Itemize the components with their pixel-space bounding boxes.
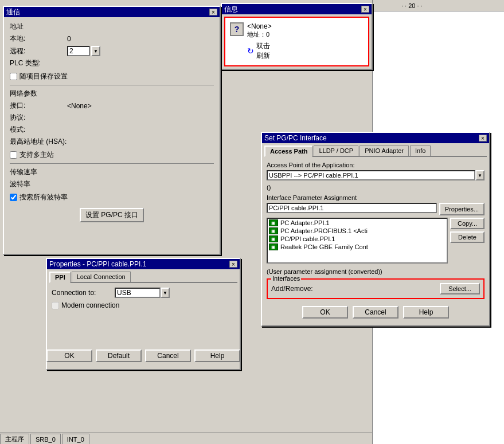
search-baud-row: 搜索所有波特率 [10, 192, 214, 202]
interface-label-3: Realtek PCIe GBE Family Cont [280, 243, 368, 250]
props-tab-local-conn[interactable]: Local Connection [72, 272, 131, 282]
pgpc-close-button[interactable]: × [479, 135, 487, 142]
info-dialog-content: ? <None> 地址：0 ↻ 双击 刷新 [224, 17, 369, 66]
network-section: 网络参数 接口: <None> 协议: 模式: 最高站地址 (HSA): 支持多… [10, 85, 214, 160]
connection-label: Connection to: [52, 289, 115, 297]
multimaster-checkbox[interactable] [10, 151, 17, 159]
props-tab-bar: PPI Local Connection [49, 272, 237, 283]
mode-field-row: 模式: [10, 125, 214, 135]
pgpc-body: Access Point of the Application: USBPPI … [262, 157, 489, 325]
network-ruler: · · 20 · · [373, 0, 504, 11]
props-title: Properties - PC/PPI cable.PPI.1 [49, 260, 146, 268]
interface-icon-2: ▣ [269, 235, 278, 242]
interface-icon-1: ▣ [269, 227, 278, 234]
interface-list[interactable]: ▣ PC Adapter.PPI.1 ▣ PC Adapter.PROFIBUS… [267, 218, 448, 264]
modem-checkbox [52, 302, 59, 309]
remote-label: 远程: [10, 46, 67, 56]
interfaces-legend: Interfaces [271, 275, 301, 282]
interface-item-1[interactable]: ▣ PC Adapter.PROFIBUS.1 <Acti [268, 227, 447, 235]
remote-field-row: 远程: 2 ▼ [10, 46, 214, 56]
interface-icon-0: ▣ [269, 219, 278, 226]
tab-info[interactable]: Info [410, 146, 431, 156]
connection-combo[interactable]: USB ▼ [115, 288, 170, 298]
baud-field-row: 波特率 [10, 179, 214, 189]
pgpc-cancel-button[interactable]: Cancel [353, 306, 398, 319]
props-ok-button[interactable]: OK [46, 349, 92, 362]
props-cancel-button[interactable]: Cancel [145, 349, 191, 362]
remote-dropdown-arrow[interactable]: ▼ [91, 46, 100, 56]
access-point-arrow[interactable]: ▼ [475, 170, 485, 180]
comm-close-button[interactable]: × [209, 9, 217, 15]
info-close-button[interactable]: × [361, 6, 369, 13]
address-section-title: 地址 [10, 22, 214, 32]
pgpc-ok-button[interactable]: OK [302, 306, 348, 319]
bottom-tab-1[interactable]: SRB_0 [30, 434, 61, 444]
info-dialog: 信息 × ? <None> 地址：0 ↻ 双击 刷新 [221, 3, 373, 70]
select-button[interactable]: Select... [440, 283, 480, 294]
search-baud-label: 搜索所有波特率 [19, 192, 68, 202]
pgpc-titlebar: Set PG/PC Interface × [262, 133, 489, 143]
save-checkbox-row: 随项目保存设置 [10, 72, 214, 81]
comm-dialog-title: 通信 [6, 7, 20, 17]
interface-value: <None> [67, 102, 92, 110]
props-default-button[interactable]: Default [96, 349, 142, 362]
info-device-info: <None> 地址：0 ↻ 双击 刷新 [247, 22, 272, 61]
search-baud-checkbox[interactable] [10, 194, 17, 201]
comm-dialog-titlebar: 通信 × [4, 7, 220, 17]
interface-action-buttons: Copy... Delete [450, 218, 485, 266]
interface-item-3[interactable]: ▣ Realtek PCIe GBE Family Cont [268, 243, 447, 251]
interface-param-label: Interface Parameter Assignment [267, 194, 485, 201]
copy-button[interactable]: Copy... [450, 218, 485, 229]
save-checkbox-label: 随项目保存设置 [19, 72, 68, 81]
setpgpc-button[interactable]: 设置 PG/PC 接口 [80, 208, 144, 222]
connection-arrow[interactable]: ▼ [161, 288, 170, 298]
interface-item-2[interactable]: ▣ PC/PPI cable.PPI.1 [268, 235, 447, 243]
interface-item-0[interactable]: ▣ PC Adapter.PPI.1 [268, 219, 447, 227]
mode-label: 模式: [10, 125, 67, 135]
refresh-label: 双击 刷新 [256, 41, 270, 61]
props-help-button[interactable]: Help [194, 349, 240, 362]
access-point-row: USBPPI --> PC/PPI cable.PPI.1 ▼ [267, 170, 485, 180]
info-dialog-titlebar: 信息 × [222, 4, 372, 14]
question-icon: ? [230, 22, 244, 36]
props-close-button[interactable]: × [229, 261, 237, 268]
network-content: 网络 4 → → 网络 5 → → [373, 11, 504, 23]
comm-dialog: 通信 × 地址 本地: 0 远程: 2 ▼ PLC 类型: [3, 6, 221, 255]
pgpc-tab-bar: Access Path LLDP / DCP PNIO Adapter Info [264, 146, 487, 157]
access-point-combo[interactable]: USBPPI --> PC/PPI cable.PPI.1 ▼ [267, 170, 485, 180]
props-titlebar: Properties - PC/PPI cable.PPI.1 × [47, 259, 240, 269]
interface-label-0: PC Adapter.PPI.1 [280, 219, 330, 226]
local-field-row: 本地: 0 [10, 34, 214, 44]
tab-access-path[interactable]: Access Path [264, 146, 312, 157]
interfaces-group: Interfaces Add/Remove: Select... [267, 278, 485, 299]
add-remove-row: Add/Remove: Select... [271, 283, 480, 294]
interface-label: 接口: [10, 101, 67, 111]
access-point-value: USBPPI --> PC/PPI cable.PPI.1 [267, 170, 475, 180]
interface-label-2: PC/PPI cable.PPI.1 [280, 235, 335, 242]
info-dialog-title: 信息 [224, 5, 238, 14]
delete-button[interactable]: Delete [450, 231, 485, 243]
save-checkbox[interactable] [10, 73, 17, 80]
connection-value: USB [115, 288, 161, 298]
remote-dropdown[interactable]: 2 ▼ [67, 46, 100, 56]
remote-value: 2 [67, 46, 90, 56]
comm-dialog-body: 地址 本地: 0 远程: 2 ▼ PLC 类型: 随项目保存设置 网络 [4, 17, 220, 227]
hsa-field-row: 最高站地址 (HSA): [10, 137, 214, 147]
properties-button[interactable]: Properties... [439, 203, 485, 215]
baud-section: 传输速率 波特率 搜索所有波特率 [10, 163, 214, 202]
local-label: 本地: [10, 34, 67, 44]
interface-param-combo-row: PC/PPI cable.PPI.1 [267, 203, 437, 213]
tab-lldp-dcp[interactable]: LLDP / DCP [314, 146, 358, 156]
pgpc-help-button[interactable]: Help [403, 306, 449, 319]
props-tab-ppi[interactable]: PPI [49, 272, 71, 283]
tab-pnio-adapter[interactable]: PNIO Adapter [360, 146, 409, 156]
protocol-label: 协议: [10, 113, 67, 123]
bottom-tab-0[interactable]: 主程序 [0, 434, 29, 444]
baud-label: 波特率 [10, 179, 67, 189]
bottom-tab-2[interactable]: INT_0 [62, 434, 89, 444]
multimaster-label: 支持多主站 [19, 150, 54, 160]
interface-icon-3: ▣ [269, 243, 278, 250]
interface-param-row: PC/PPI cable.PPI.1 Properties... [267, 203, 485, 215]
refresh-icon: ↻ [247, 46, 254, 56]
modem-label: Modem connection [61, 301, 119, 309]
